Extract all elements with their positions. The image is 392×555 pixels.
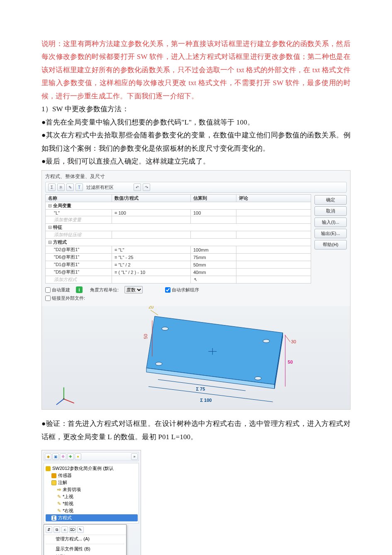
svg-line-2 bbox=[56, 399, 64, 405]
tree-tab-icon-4[interactable]: ✚ bbox=[67, 453, 74, 460]
view-btn-3[interactable]: ✎ bbox=[66, 183, 74, 191]
auto-solve-check[interactable]: 自动求解组序 bbox=[165, 287, 199, 293]
svg-point-7 bbox=[162, 327, 168, 330]
dim-top-large: 50 bbox=[143, 334, 148, 339]
bullet-3: ●最后，我们可以直接点入确定。这样就建立完成了。 bbox=[41, 155, 351, 168]
ctx-icon-4[interactable]: ⌦ bbox=[69, 526, 76, 533]
cancel-button[interactable]: 取消 bbox=[314, 206, 347, 216]
svg-point-8 bbox=[263, 340, 270, 343]
add-global[interactable]: 添加整体变量 bbox=[46, 216, 112, 224]
tree-tab-icon-5[interactable]: ● bbox=[75, 453, 81, 460]
global-value[interactable]: = 100 bbox=[112, 210, 191, 216]
dim-bottom-full: Σ 100 bbox=[200, 398, 212, 403]
section-features[interactable]: 特征 bbox=[46, 224, 311, 231]
help-button[interactable]: 帮助(H) bbox=[314, 240, 347, 249]
export-button[interactable]: 输出(E)... bbox=[314, 229, 347, 238]
view-btn-2[interactable]: ⎘ bbox=[57, 183, 65, 191]
svg-line-15 bbox=[285, 335, 290, 342]
tree-tab-icon-2[interactable]: ▣ bbox=[52, 453, 59, 460]
global-eval: 100 bbox=[191, 210, 236, 216]
sensor-icon bbox=[51, 473, 56, 478]
equation-dialog: 方程式、整体变量、及尺寸 Σ ⎘ ✎ T 过滤所有栏区 ↶ ↷ 名称 数值/方程… bbox=[41, 170, 351, 306]
method-heading: 1）SW 中更改参数值方法： bbox=[41, 103, 351, 115]
eq2-eval: 75mm bbox=[191, 254, 236, 261]
section-equations[interactable]: 方程式 bbox=[46, 239, 311, 246]
ok-button[interactable]: 确定 bbox=[314, 195, 347, 205]
equation-table: 名称 数值/方程式 估算到 评论 全局变量 "L" = 100 100 添加整体… bbox=[45, 194, 311, 284]
plane-icon: ✎ bbox=[57, 508, 61, 513]
verify-paragraph: ●验证：首先进入方程式对话框里。在设计树种选中方程式右击，选中管理方程式，进入方… bbox=[41, 417, 351, 443]
col-comment: 评论 bbox=[236, 195, 311, 202]
svg-point-9 bbox=[255, 377, 261, 380]
col-name: 名称 bbox=[46, 195, 112, 202]
col-value: 数值/方程式 bbox=[112, 195, 191, 202]
tree-tab-more-icon[interactable]: » bbox=[131, 453, 138, 460]
model-viewport[interactable]: 20 50 30 50 Σ 75 Σ 100 bbox=[41, 306, 351, 410]
ctx-show-dims[interactable]: 显示文件属性 (B) bbox=[44, 545, 126, 553]
eq2-name[interactable]: "D6@草图1" bbox=[46, 254, 112, 261]
view-btn-1[interactable]: Σ bbox=[48, 183, 56, 191]
eq4-value[interactable]: = ( "L" / 2 ) - 10 bbox=[112, 269, 191, 276]
tree-tab-icon-3[interactable]: ❖ bbox=[60, 453, 66, 460]
eq1-name[interactable]: "D2@草图1" bbox=[46, 246, 112, 254]
tree-notcut[interactable]: 未剪切项 bbox=[63, 487, 81, 493]
eq3-name[interactable]: "D1@草图1" bbox=[46, 261, 112, 269]
tree-root[interactable]: SW2012参数化简介案例 (默认 bbox=[52, 465, 114, 472]
feature-tree-panel: ◆ ▣ ❖ ✚ ● » SW2012参数化简介案例 (默认 传感器 注解 ⇨未剪… bbox=[41, 450, 141, 555]
global-name[interactable]: "L" bbox=[46, 210, 112, 216]
undo-icon[interactable]: ↶ bbox=[134, 183, 141, 191]
feature-tree[interactable]: SW2012参数化简介案例 (默认 传感器 注解 ⇨未剪切项 ✎*上视 ✎*前视… bbox=[44, 463, 139, 523]
bullet-1: ●首先在全局变量中输入我们想要的参数代码"L"，数值就等于 100。 bbox=[41, 116, 351, 129]
dim-bottom-mid: Σ 75 bbox=[196, 387, 205, 392]
col-eval: 估算到 bbox=[191, 195, 236, 202]
status-chip-icon: i bbox=[76, 286, 83, 293]
ctx-icon-5[interactable]: ✎ bbox=[77, 526, 84, 533]
eq1-eval: 100mm bbox=[191, 246, 236, 254]
eq4-eval: 40mm bbox=[191, 269, 236, 276]
tree-right[interactable]: *右视 bbox=[63, 508, 73, 514]
add-eq[interactable]: 添加方程式 bbox=[46, 276, 112, 284]
eq3-value[interactable]: = "L" / 2 bbox=[112, 261, 191, 269]
tree-toolbar: ◆ ▣ ❖ ✚ ● » bbox=[44, 452, 139, 461]
ctx-manage-equations[interactable]: 管理方程式... (A) bbox=[44, 535, 126, 543]
add-feature[interactable]: 添加特征压缩 bbox=[46, 231, 112, 239]
tree-sensors[interactable]: 传感器 bbox=[58, 472, 72, 479]
svg-line-13 bbox=[151, 310, 158, 315]
eq1-value[interactable]: = "L" bbox=[112, 246, 191, 254]
redo-icon[interactable]: ↷ bbox=[143, 183, 150, 191]
ctx-icon-3[interactable]: ⎌ bbox=[61, 526, 68, 533]
global-comment[interactable] bbox=[236, 210, 311, 216]
sigma-icon: Σ bbox=[51, 516, 56, 521]
tree-tab-icon-1[interactable]: ◆ bbox=[45, 453, 51, 460]
svg-point-10 bbox=[156, 362, 162, 366]
section-globals[interactable]: 全局变量 bbox=[46, 202, 311, 210]
filter-icon[interactable]: T bbox=[75, 183, 83, 191]
dialog-title: 方程式、整体变量、及尺寸 bbox=[45, 173, 347, 180]
plane-icon: ✎ bbox=[57, 494, 61, 499]
plane-icon: ✎ bbox=[57, 501, 61, 506]
import-button[interactable]: 输入(I)... bbox=[314, 218, 347, 227]
filter-label: 过滤所有栏区 bbox=[86, 184, 114, 191]
tree-front[interactable]: *前视 bbox=[63, 501, 73, 507]
angle-unit-select[interactable]: 度数 bbox=[124, 286, 143, 293]
eq2-value[interactable]: = "L" - 25 bbox=[112, 254, 191, 261]
dim-right-small: 30 bbox=[291, 339, 296, 344]
svg-line-1 bbox=[64, 399, 74, 403]
dim-top-small: 20 bbox=[149, 306, 153, 309]
tree-annotations[interactable]: 注解 bbox=[58, 479, 67, 486]
part-icon bbox=[46, 466, 51, 471]
annotation-icon bbox=[51, 480, 56, 485]
angle-unit-label: 角度方程单位: bbox=[90, 287, 119, 293]
dialog-toolbar: Σ ⎘ ✎ T 过滤所有栏区 ↶ ↷ bbox=[45, 182, 347, 193]
eq4-name[interactable]: "D5@草图1" bbox=[46, 269, 112, 276]
tree-top[interactable]: *上视 bbox=[63, 494, 73, 500]
tree-equations[interactable]: 方程式 bbox=[58, 515, 72, 521]
ctx-icon-1[interactable]: ⇵ bbox=[46, 526, 52, 533]
svg-point-3 bbox=[63, 398, 65, 400]
ctx-icon-2[interactable]: ⧉ bbox=[54, 526, 60, 533]
ctx-goto[interactable]: 转到... (D) bbox=[44, 553, 126, 555]
auto-rebuild-check[interactable]: 自动重建 bbox=[45, 287, 70, 293]
link-ext-file-check[interactable]: 链接至外部文件: bbox=[45, 295, 85, 301]
dialog-side-buttons: 确定 取消 输入(I)... 输出(E)... 帮助(H) bbox=[314, 194, 347, 284]
intro-paragraph: 说明：这里有两种方法建立参数化关系，第一种直接该对话框里进行建立参数化的函数关系… bbox=[41, 37, 351, 103]
